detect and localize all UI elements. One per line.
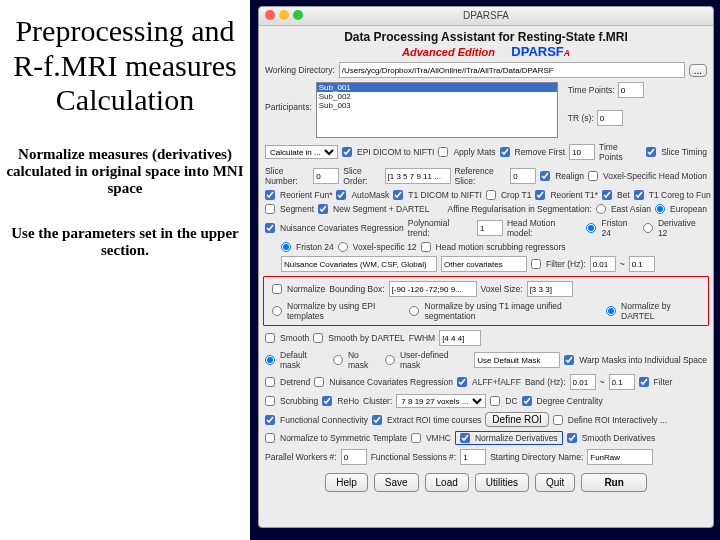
scrubbing-label: Scrubbing: [280, 396, 318, 406]
working-directory-browse-button[interactable]: ...: [689, 64, 707, 77]
remove-first-input[interactable]: [569, 144, 595, 160]
filter2-checkbox[interactable]: [639, 377, 649, 387]
no-mask-label: No mask: [348, 350, 381, 370]
working-directory-input[interactable]: [339, 62, 685, 78]
parallel-workers-input[interactable]: [341, 449, 367, 465]
nuisance-cov-reg-checkbox[interactable]: [265, 223, 275, 233]
friston24b-label: Friston 24: [296, 242, 334, 252]
no-mask-radio[interactable]: [333, 355, 343, 365]
scrubbing-checkbox[interactable]: [265, 396, 275, 406]
poly-trend-input[interactable]: [477, 220, 503, 236]
run-button[interactable]: Run: [581, 473, 646, 492]
close-icon[interactable]: [265, 10, 275, 20]
normalize-derivatives-checkbox[interactable]: [460, 433, 470, 443]
detrend-ncr-checkbox[interactable]: [314, 377, 324, 387]
time-points-input[interactable]: [618, 82, 644, 98]
other-cov-input[interactable]: [441, 256, 527, 272]
smooth-derivatives-checkbox[interactable]: [567, 433, 577, 443]
window-controls[interactable]: [265, 10, 303, 20]
voxspec12-radio[interactable]: [338, 242, 348, 252]
fwhm-input[interactable]: [439, 330, 481, 346]
band-lo-input[interactable]: [570, 374, 596, 390]
degree-centrality-checkbox[interactable]: [522, 396, 532, 406]
zoom-icon[interactable]: [293, 10, 303, 20]
reference-slice-input[interactable]: [510, 168, 536, 184]
help-button[interactable]: Help: [325, 473, 368, 492]
segment-checkbox[interactable]: [265, 204, 275, 214]
realign-label: Realign: [555, 171, 584, 181]
reorient-fun-checkbox[interactable]: [265, 190, 275, 200]
automask-checkbox[interactable]: [336, 190, 346, 200]
european-radio[interactable]: [655, 204, 665, 214]
window-title: DPARSFA: [463, 10, 509, 21]
smooth-checkbox[interactable]: [265, 333, 275, 343]
extract-roi-label: Extract ROI time courses: [387, 415, 481, 425]
slice-order-input[interactable]: [385, 168, 451, 184]
user-mask-input[interactable]: [474, 352, 560, 368]
remove-first-checkbox[interactable]: [500, 147, 510, 157]
bounding-box-input[interactable]: [389, 281, 477, 297]
voxel-headmotion-checkbox[interactable]: [588, 171, 598, 181]
user-mask-radio[interactable]: [385, 355, 395, 365]
realign-checkbox[interactable]: [540, 171, 550, 181]
vmhc-checkbox[interactable]: [411, 433, 421, 443]
normalize-symmetric-checkbox[interactable]: [265, 433, 275, 443]
t1-coreg-checkbox[interactable]: [634, 190, 644, 200]
crop-t1-checkbox[interactable]: [486, 190, 496, 200]
filter1-lo-input[interactable]: [590, 256, 616, 272]
normalize-dartel-radio[interactable]: [606, 306, 616, 316]
band-hi-input[interactable]: [609, 374, 635, 390]
nuisance-cov-input[interactable]: [281, 256, 437, 272]
normalize-t1-radio[interactable]: [409, 306, 419, 316]
filter1-hi-input[interactable]: [629, 256, 655, 272]
slice-number-input[interactable]: [313, 168, 339, 184]
starting-dir-label: Starting Directory Name:: [490, 452, 583, 462]
reho-checkbox[interactable]: [322, 396, 332, 406]
list-item[interactable]: Sub_001: [317, 83, 557, 92]
define-roi-interactive-checkbox[interactable]: [553, 415, 563, 425]
normalize-checkbox[interactable]: [272, 284, 282, 294]
epi-dicom-checkbox[interactable]: [342, 147, 352, 157]
functional-sessions-input[interactable]: [460, 449, 486, 465]
apply-mats-checkbox[interactable]: [438, 147, 448, 157]
list-item[interactable]: Sub_002: [317, 92, 557, 101]
friston24b-radio[interactable]: [281, 242, 291, 252]
quit-button[interactable]: Quit: [535, 473, 575, 492]
user-mask-label: User-defined mask: [400, 350, 470, 370]
new-segment-checkbox[interactable]: [318, 204, 328, 214]
hm-scrubbing-checkbox[interactable]: [421, 242, 431, 252]
extract-roi-checkbox[interactable]: [372, 415, 382, 425]
warp-masks-checkbox[interactable]: [564, 355, 574, 365]
normalize-epi-radio[interactable]: [272, 306, 282, 316]
time-points-label: Time Points:: [568, 85, 615, 95]
load-button[interactable]: Load: [425, 473, 469, 492]
bet-checkbox[interactable]: [602, 190, 612, 200]
dc-checkbox[interactable]: [490, 396, 500, 406]
starting-dir-input[interactable]: [587, 449, 653, 465]
detrend-checkbox[interactable]: [265, 377, 275, 387]
default-mask-radio[interactable]: [265, 355, 275, 365]
cluster-select[interactable]: 7 8 19 27 voxels ...: [396, 394, 486, 408]
list-item[interactable]: Sub_003: [317, 101, 557, 110]
utilities-button[interactable]: Utilities: [475, 473, 529, 492]
normalize-dartel-label: Normalize by DARTEL: [621, 301, 700, 321]
save-button[interactable]: Save: [374, 473, 419, 492]
reorient-t1-checkbox[interactable]: [535, 190, 545, 200]
voxel-size-input[interactable]: [527, 281, 573, 297]
east-asian-radio[interactable]: [596, 204, 606, 214]
filter1-checkbox[interactable]: [531, 259, 541, 269]
functional-connectivity-checkbox[interactable]: [265, 415, 275, 425]
alff-checkbox[interactable]: [457, 377, 467, 387]
east-asian-label: East Asian: [611, 204, 651, 214]
friston24-radio[interactable]: [586, 223, 596, 233]
define-roi-button[interactable]: Define ROI: [485, 412, 548, 427]
participants-list[interactable]: Sub_001 Sub_002 Sub_003: [316, 82, 558, 138]
deriv12-radio[interactable]: [643, 223, 653, 233]
smooth-dartel-checkbox[interactable]: [313, 333, 323, 343]
minimize-icon[interactable]: [279, 10, 289, 20]
t1-dicom-checkbox[interactable]: [393, 190, 403, 200]
slice-timing-checkbox[interactable]: [646, 147, 656, 157]
calculate-in-select[interactable]: Calculate in ...: [265, 145, 338, 159]
tr-input[interactable]: [597, 110, 623, 126]
vmhc-label: VMHC: [426, 433, 451, 443]
